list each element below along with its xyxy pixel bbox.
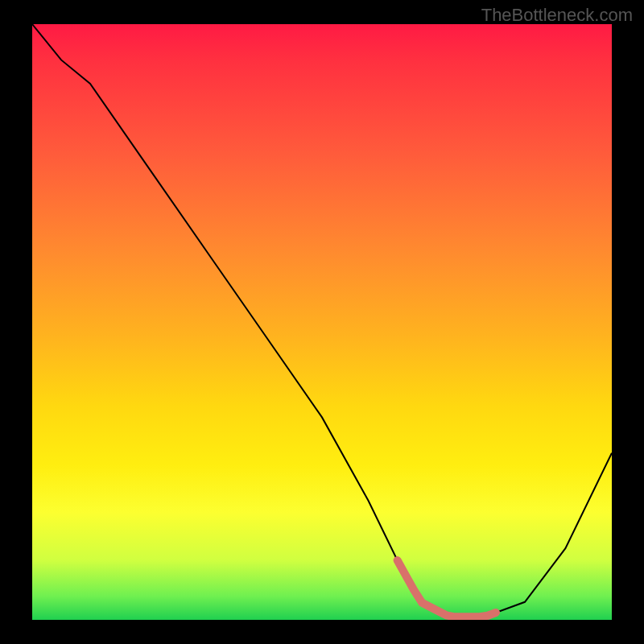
chart-container: TheBottleneck.com [0,0,644,644]
bottleneck-curve [32,24,612,620]
watermark-text: TheBottleneck.com [481,5,633,26]
plot-area [32,24,612,620]
